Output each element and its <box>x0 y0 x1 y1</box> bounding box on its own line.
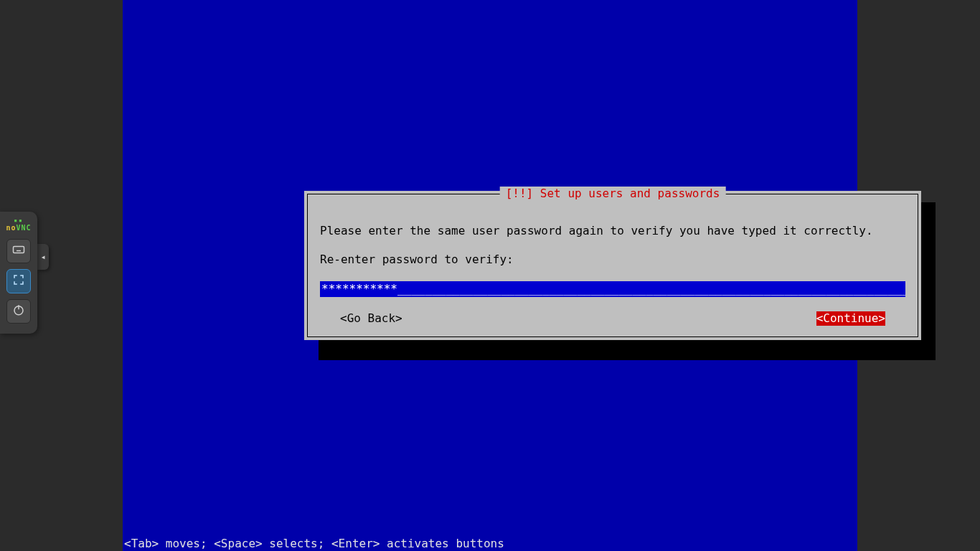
continue-button[interactable]: <Continue> <box>816 311 885 326</box>
svg-rect-0 <box>14 247 24 253</box>
power-button[interactable] <box>6 299 31 324</box>
fullscreen-button[interactable] <box>6 269 31 293</box>
keyboard-button[interactable] <box>6 239 31 263</box>
footer-hint: <Tab> moves; <Space> selects; <Enter> ac… <box>124 537 504 551</box>
password-input[interactable]: ***********_____________________________… <box>320 281 905 297</box>
novnc-panel: ▪▪ noVNC <box>0 212 37 334</box>
chevron-left-icon: ◂ <box>40 252 45 262</box>
installer-viewport: [!!] Set up users and passwords Please e… <box>123 0 857 551</box>
go-back-button[interactable]: <Go Back> <box>340 311 402 326</box>
password-dialog: [!!] Set up users and passwords Please e… <box>304 191 921 340</box>
novnc-collapse-handle[interactable]: ◂ <box>37 244 49 270</box>
password-prompt-label: Re-enter password to verify: <box>320 253 905 267</box>
dialog-instruction: Please enter the same user password agai… <box>320 224 905 238</box>
fullscreen-icon <box>12 273 25 289</box>
dialog-title: [!!] Set up users and passwords <box>500 187 726 201</box>
novnc-logo: ▪▪ noVNC <box>6 217 31 232</box>
power-icon <box>12 303 25 319</box>
keyboard-icon <box>12 243 25 259</box>
